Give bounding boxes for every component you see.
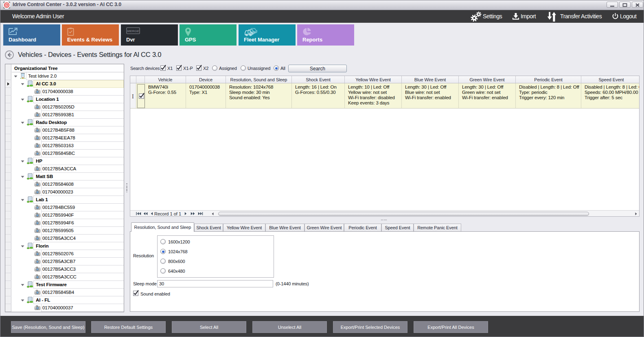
svg-text:MERGE: MERGE xyxy=(127,29,139,33)
